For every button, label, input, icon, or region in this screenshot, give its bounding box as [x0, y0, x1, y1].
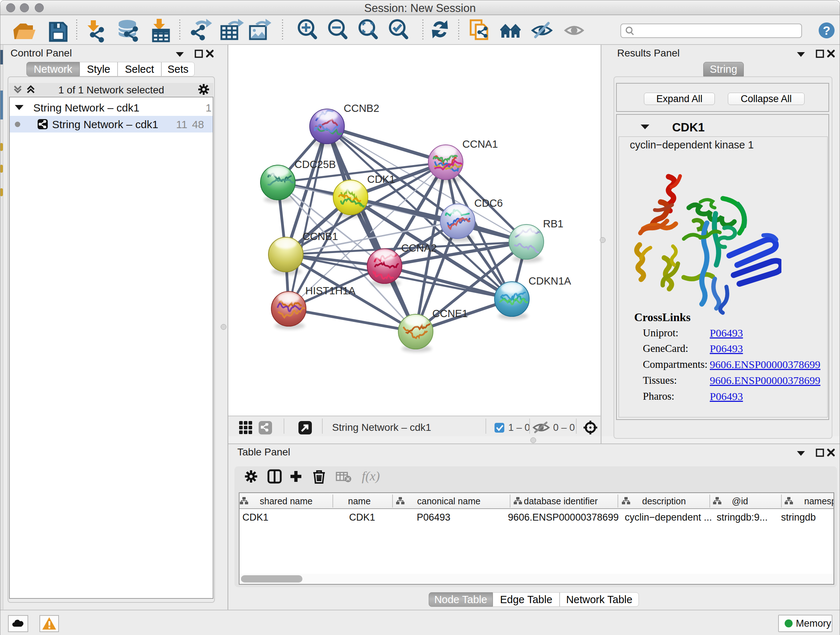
svg-text:name: name	[348, 496, 371, 506]
svg-text:description: description	[642, 496, 686, 506]
svg-text:database identifier: database identifier	[524, 496, 598, 506]
svg-text:String Network – cdk1: String Network – cdk1	[332, 422, 431, 433]
svg-text:CDKN1A: CDKN1A	[529, 275, 571, 287]
svg-text:CDK1: CDK1	[367, 173, 395, 185]
svg-text:@id: @id	[732, 496, 748, 506]
svg-text:RB1: RB1	[543, 218, 563, 230]
svg-text:?: ?	[823, 24, 831, 37]
svg-text:CCNA1: CCNA1	[462, 138, 498, 150]
svg-text:CCNB1: CCNB1	[302, 231, 338, 242]
svg-text:CDC25B: CDC25B	[294, 158, 336, 170]
svg-text:0 – 0: 0 – 0	[553, 422, 575, 433]
svg-text:CCNE1: CCNE1	[432, 308, 468, 319]
svg-text:namespac: namespac	[804, 496, 834, 506]
svg-text:shared name: shared name	[260, 496, 313, 506]
svg-text:1 – 0: 1 – 0	[508, 422, 530, 433]
svg-text:f(x): f(x)	[362, 469, 380, 483]
svg-text:CCNB2: CCNB2	[344, 103, 379, 114]
svg-text:CCNA2: CCNA2	[401, 242, 437, 254]
svg-text:CDC6: CDC6	[474, 197, 503, 209]
svg-text:canonical name: canonical name	[417, 496, 480, 506]
svg-text:HIST1H1A: HIST1H1A	[305, 285, 355, 296]
